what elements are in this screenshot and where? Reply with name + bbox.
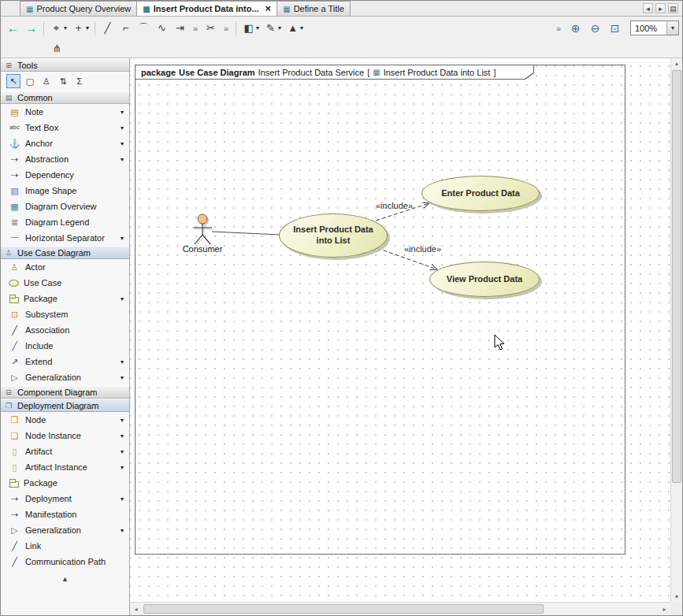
actor-consumer[interactable] (185, 211, 220, 247)
palette-item-horizontal-separator[interactable]: ┄┄Horizontal Separator▾ (1, 230, 129, 246)
dropdown-arrow-icon: ▾ (121, 109, 129, 116)
diagram-canvas[interactable]: package Use Case Diagram Insert Product … (130, 58, 670, 602)
palette-item-use-case[interactable]: Use Case (1, 275, 129, 291)
vertical-scrollbar[interactable]: ▴ ▾ (670, 58, 682, 602)
palette-item-include[interactable]: ╱Include (1, 338, 129, 354)
back-button[interactable]: ← (4, 20, 22, 37)
palette-item-image-shape[interactable]: ▧Image Shape (1, 183, 129, 199)
palette-item-link[interactable]: ╱Link (1, 538, 129, 554)
dropdown-arrow-icon: ▾ (64, 24, 67, 32)
rectilinear-path-button[interactable]: ⌐ (117, 20, 135, 37)
palette-item-subsystem[interactable]: ⊡Subsystem (1, 306, 129, 322)
figure-tool-button[interactable]: ♙ (39, 74, 54, 88)
palette-item-artifact[interactable]: ▯Artifact▾ (1, 443, 129, 459)
tab-insert-product-data-into[interactable]: ▦Insert Product Data into...× (136, 1, 277, 16)
zoom-level-select[interactable]: 100% ▾ (630, 20, 679, 35)
selection-filter-button[interactable]: ⌖▾ (47, 20, 69, 37)
forward-button[interactable]: → (22, 20, 40, 37)
palette-item-text-box[interactable]: abcText Box▾ (1, 120, 129, 135)
palette-item-label: Include (25, 341, 53, 351)
palette-item-deployment[interactable]: ⇢Deployment▾ (1, 491, 129, 507)
tab-close-icon[interactable]: × (265, 5, 272, 13)
palette-item-artifact-instance[interactable]: ▯Artifact Instance▾ (1, 459, 129, 475)
palette-item-diagram-overview[interactable]: ▦Diagram Overview (1, 199, 129, 214)
palette-item-anchor[interactable]: ⚓Anchor▾ (1, 135, 129, 151)
palette-item-actor[interactable]: ♙Actor (1, 259, 129, 275)
palette-section-common[interactable]: ▤Common (1, 91, 129, 104)
palette-section-component-diagram[interactable]: ⊟Component Diagram (1, 385, 129, 399)
scroll-right-icon[interactable]: ▸ (659, 603, 670, 615)
use-case-diagram-section-icon: ♙ (4, 249, 13, 257)
zoom-out-button[interactable]: ⊖ (586, 20, 604, 37)
palette-item-manifestation[interactable]: ⇢Manifestation (1, 507, 129, 522)
scroll-left-icon[interactable]: ◂ (130, 603, 142, 615)
palette-item-generalization[interactable]: ▷Generalization▾ (1, 522, 129, 538)
palette-section-use-case-diagram[interactable]: ♙Use Case Diagram (1, 246, 129, 259)
add-shape-button[interactable]: +▾ (69, 20, 91, 37)
horizontal-scrollbar[interactable]: ◂ ▸ (130, 602, 670, 615)
palette-collapse-button[interactable]: ▲ (1, 570, 129, 583)
tab-scroll-right-button[interactable]: ▸ (655, 3, 666, 13)
align-tool-button[interactable]: ⇅ (56, 74, 70, 88)
palette-item-abstraction[interactable]: ⇢Abstraction▾ (1, 151, 129, 167)
package-icon (9, 481, 19, 488)
oblique-path-button[interactable]: ╱ (98, 20, 117, 37)
tab-product-query-overview[interactable]: ▦Product Query Overview (20, 1, 136, 16)
palette-item-node-instance[interactable]: ❑Node Instance▾ (1, 428, 129, 443)
vertical-scroll-thumb[interactable] (672, 70, 681, 483)
toolbar-left-group: ←→⌖▾+▾╱⌐⌒∿⇥»✂»◧▾✎▾▲▾ (4, 20, 306, 37)
toolbar-overflow-icon: » (555, 24, 562, 33)
palette-item-label: Generalization (25, 373, 81, 382)
palette-item-label: Horizontal Separator (25, 233, 105, 243)
palette-item-generalization[interactable]: ▷Generalization▾ (1, 369, 129, 385)
fill-color-button[interactable]: ◧▾ (239, 20, 262, 37)
scroll-down-icon[interactable]: ▾ (671, 593, 682, 600)
communication-path-icon: ╱ (9, 557, 20, 566)
palette-item-dependency[interactable]: ⇢Dependency (1, 167, 129, 183)
diagram-tab-bar: ▦Product Query Overview▦Insert Product D… (1, 1, 682, 17)
palette-section-deployment-diagram[interactable]: ❒Deployment Diagram (1, 399, 129, 412)
dropdown-arrow-icon: ▾ (121, 432, 129, 440)
use-case-insert-product-data-into-list[interactable]: Insert Product Data into List (279, 213, 388, 258)
common-section-icon: ▤ (4, 94, 13, 102)
palette-item-package[interactable]: Package (1, 475, 129, 491)
palette-item-label: Deployment (25, 494, 72, 503)
use-case-enter-product-data[interactable]: Enter Product Data (421, 176, 540, 211)
curved-path-button[interactable]: ⌒ (135, 20, 153, 37)
palette-item-note[interactable]: ▤Note▾ (1, 104, 129, 120)
oblique-path-icon: ╱ (101, 22, 114, 34)
palette-item-package[interactable]: Package▾ (1, 291, 129, 306)
palette-item-diagram-legend[interactable]: ≣Diagram Legend (1, 214, 129, 230)
scroll-up-icon[interactable]: ▴ (671, 60, 682, 67)
tab-scroll-left-button[interactable]: ◂ (643, 3, 653, 13)
font-color-button[interactable]: ▲▾ (284, 20, 306, 37)
palette-item-label: Manifestation (25, 510, 76, 519)
split-path-button[interactable]: ✂ (202, 20, 220, 37)
spline-path-button[interactable]: ∿ (153, 20, 171, 37)
use-case-view-product-data[interactable]: View Product Data (429, 262, 540, 297)
palette-tools-row: ↖▢♙⇅Σ (1, 72, 129, 91)
summary-tool-button[interactable]: Σ (72, 74, 87, 88)
tab-list-button[interactable]: ▤ (668, 3, 678, 13)
pointer-tool-button[interactable]: ↖ (6, 74, 20, 88)
overview-tool-button[interactable]: ▢ (23, 74, 37, 88)
fit-in-window-button[interactable]: ⊡ (606, 20, 624, 37)
palette-item-communication-path[interactable]: ╱Communication Path (1, 554, 129, 570)
use-case-label: Insert Product Data into List (291, 225, 376, 247)
diagram-overview-icon: ▦ (9, 202, 20, 211)
zoom-in-button[interactable]: ⊕ (566, 20, 585, 37)
line-color-button[interactable]: ✎▾ (262, 20, 284, 37)
palette-item-extend[interactable]: ↗Extend▾ (1, 354, 129, 369)
palette-section-tools[interactable]: ⊞Tools (1, 58, 129, 72)
edit-tools-overflow-button[interactable]: » (220, 20, 232, 37)
show-containment-button[interactable]: ⋔ (48, 39, 66, 57)
palette-item-label: Package (24, 294, 58, 303)
palette-item-association[interactable]: ╱Association (1, 322, 129, 338)
path-tools-overflow-button[interactable]: » (189, 20, 202, 37)
insert-shape-on-path-button[interactable]: ⇥ (171, 20, 189, 37)
actor-name-label: Consumer (176, 244, 229, 254)
toolbar-overflow-button[interactable]: » (552, 20, 565, 37)
horizontal-scroll-thumb[interactable] (143, 604, 544, 614)
tab-define-a-title[interactable]: ▦Define a Title (277, 1, 351, 16)
palette-item-node[interactable]: ❒Node▾ (1, 412, 129, 428)
